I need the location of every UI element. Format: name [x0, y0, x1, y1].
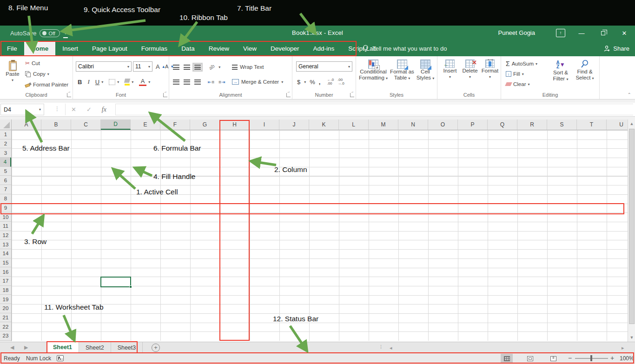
insert-function-icon[interactable]: fx [102, 106, 106, 113]
ribbon-tab-data[interactable]: Data [174, 41, 202, 56]
find-select-dropdown-icon[interactable]: ▾ [592, 76, 594, 80]
cut-button[interactable]: ✂ Cut [24, 58, 41, 68]
ribbon-tab-page-layout[interactable]: Page Layout [85, 41, 134, 56]
align-middle-icon[interactable] [184, 65, 190, 70]
number-dialog-launcher-icon[interactable] [350, 93, 354, 97]
column-header-c[interactable]: C [71, 119, 101, 130]
borders-icon[interactable] [109, 79, 115, 85]
font-color-dropdown-icon[interactable]: ▾ [148, 80, 150, 84]
column-header-h[interactable]: H [220, 119, 250, 130]
h-scroll-right-icon[interactable]: ▸ [622, 345, 624, 351]
active-cell[interactable] [100, 277, 131, 287]
row-header-5[interactable]: 5 [0, 167, 11, 176]
new-sheet-button[interactable]: + [152, 344, 160, 352]
merge-center-button[interactable]: ↔ Merge & Center ▾ [231, 77, 284, 87]
orientation-icon[interactable]: ab [208, 63, 216, 71]
ribbon-tab-review[interactable]: Review [202, 41, 236, 56]
column-header-k[interactable]: K [309, 119, 339, 130]
alignment-dialog-launcher-icon[interactable] [286, 93, 291, 97]
row-header-22[interactable]: 22 [0, 322, 11, 331]
align-right-icon[interactable] [194, 79, 201, 85]
row-header-2[interactable]: 2 [0, 139, 11, 149]
fill-button[interactable]: ↓ Fill ▾ [505, 69, 525, 79]
increase-indent-icon[interactable]: ≡⇥ [218, 79, 225, 85]
column-header-r[interactable]: R [517, 119, 547, 130]
ribbon-tab-home[interactable]: Home [24, 41, 56, 56]
zoom-out-button[interactable]: − [568, 354, 572, 362]
column-header-m[interactable]: M [369, 119, 398, 130]
formula-bar-resize-handle[interactable]: ⋮ [54, 106, 60, 112]
page-layout-view-button[interactable] [524, 354, 536, 363]
merge-center-dropdown-icon[interactable]: ▾ [281, 80, 283, 84]
column-header-u[interactable]: U [607, 119, 628, 130]
collapse-ribbon-icon[interactable]: ⌃ [628, 92, 631, 97]
align-center-icon[interactable] [184, 79, 190, 85]
ribbon-tab-formulas[interactable]: Formulas [134, 41, 174, 56]
sheet-tab-sheet2[interactable]: Sheet2 [79, 342, 111, 353]
select-all-button[interactable] [0, 119, 12, 130]
zoom-slider-handle[interactable] [590, 355, 592, 361]
row-header-20[interactable]: 20 [0, 304, 11, 313]
cancel-icon[interactable]: ✕ [71, 106, 76, 113]
align-left-icon[interactable] [173, 79, 179, 85]
sheet-nav-left-icon[interactable]: ◀ [10, 344, 14, 351]
row-header-17[interactable]: 17 [0, 277, 11, 286]
row-header-23[interactable]: 23 [0, 331, 11, 341]
clear-dropdown-icon[interactable]: ▾ [528, 82, 529, 86]
page-break-view-button[interactable] [547, 354, 559, 363]
wrap-text-button[interactable]: Wrap Text [231, 62, 265, 72]
format-painter-button[interactable]: Format Painter [24, 79, 69, 90]
column-header-t[interactable]: T [577, 119, 607, 130]
fill-handle[interactable] [129, 285, 132, 288]
paste-dropdown-icon[interactable]: ▾ [12, 77, 13, 83]
column-header-a[interactable]: A [12, 119, 41, 130]
format-cells-dropdown-icon[interactable]: ▾ [489, 74, 491, 80]
zoom-in-button[interactable]: + [610, 354, 614, 362]
italic-button[interactable]: I [87, 78, 89, 86]
ribbon-tab-add-ins[interactable]: Add-ins [306, 41, 342, 56]
row-header-13[interactable]: 13 [0, 240, 11, 249]
formula-input[interactable] [115, 104, 633, 115]
column-header-n[interactable]: N [398, 119, 428, 130]
minimize-button[interactable]: — [571, 26, 592, 41]
copy-button[interactable]: Copy ▾ [24, 69, 50, 79]
row-header-15[interactable]: 15 [0, 258, 11, 268]
share-button[interactable]: Share [603, 41, 629, 56]
row-header-9[interactable]: 9 [0, 204, 11, 213]
column-header-q[interactable]: Q [488, 119, 517, 130]
enter-icon[interactable]: ✓ [86, 106, 92, 113]
sheet-nav-right-icon[interactable]: ▶ [24, 344, 28, 351]
copy-dropdown-icon[interactable]: ▾ [47, 72, 49, 76]
row-header-4[interactable]: 4 [0, 158, 11, 167]
decrease-decimal-button[interactable]: .00→.0 [337, 78, 344, 86]
bold-button[interactable]: B [78, 79, 82, 86]
delete-cells-button[interactable]: ✕ Delete ▾ [461, 57, 479, 80]
clipboard-dialog-launcher-icon[interactable] [67, 93, 71, 97]
column-header-d[interactable]: D [101, 119, 131, 130]
align-bottom-icon[interactable] [194, 65, 201, 70]
row-header-10[interactable]: 10 [0, 212, 11, 222]
ribbon-tab-view[interactable]: View [236, 41, 264, 56]
normal-view-button[interactable] [501, 354, 513, 363]
conditional-formatting-button[interactable]: ≠ Conditional Formatting ▾ [358, 57, 389, 81]
row-header-16[interactable]: 16 [0, 267, 11, 277]
tab-scroll-splitter[interactable]: ⁞ [380, 344, 382, 350]
row-header-6[interactable]: 6 [0, 176, 11, 185]
name-box-dropdown-icon[interactable]: ▾ [39, 107, 41, 112]
format-cells-button[interactable]: ⟷ Format ▾ [480, 57, 500, 80]
h-scroll-left-icon[interactable]: ◂ [390, 345, 392, 351]
row-header-7[interactable]: 7 [0, 185, 11, 194]
column-header-p[interactable]: P [458, 119, 488, 130]
conditional-formatting-dropdown-icon[interactable]: ▾ [386, 76, 388, 80]
row-header-1[interactable]: 1 [0, 130, 11, 139]
column-header-j[interactable]: J [279, 119, 309, 130]
row-header-21[interactable]: 21 [0, 313, 11, 323]
close-button[interactable]: ✕ [614, 26, 635, 41]
ribbon-display-options-icon[interactable]: ↑ [556, 29, 565, 37]
fill-dropdown-icon[interactable]: ▾ [522, 72, 524, 76]
name-box[interactable]: D4 ▾ [0, 104, 44, 115]
insert-cells-button[interactable]: ← Insert ▾ [441, 57, 459, 80]
font-dialog-launcher-icon[interactable] [163, 93, 167, 97]
font-size-combo[interactable]: 11▾ [133, 61, 152, 72]
fill-color-dropdown-icon[interactable]: ▾ [132, 80, 133, 84]
